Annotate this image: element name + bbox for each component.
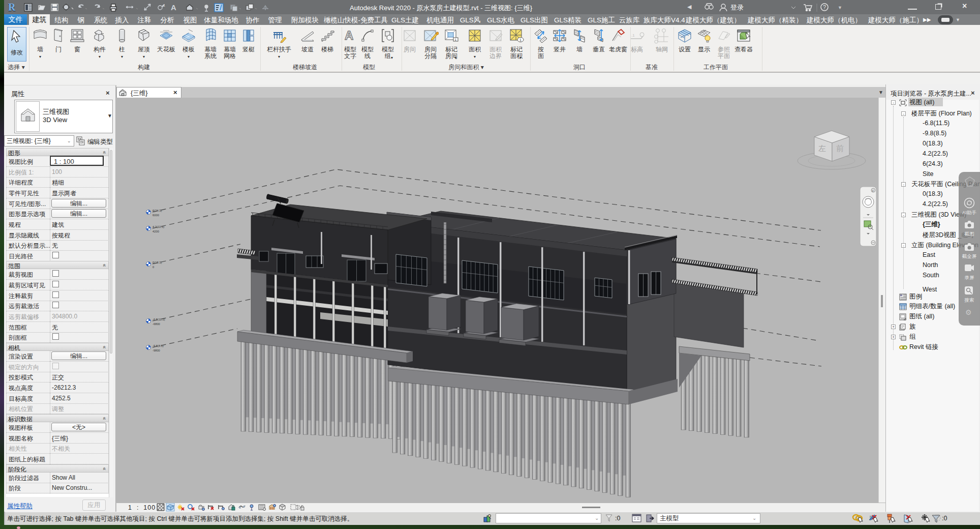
svg-text:-9.8(8.5): -9.8(8.5) xyxy=(152,344,164,347)
svg-text:0: 0 xyxy=(152,266,154,269)
svg-text:前: 前 xyxy=(836,144,844,153)
svg-text:0(18.3): 0(18.3) xyxy=(152,261,162,264)
svg-text:登录: 登录 xyxy=(730,4,744,11)
svg-text:4.2(22.5): 4.2(22.5) xyxy=(152,225,164,228)
svg-text:1: 1 xyxy=(519,38,522,42)
svg-text:4200: 4200 xyxy=(152,230,159,233)
svg-text:.1: .1 xyxy=(631,33,635,38)
svg-text:x: x xyxy=(872,189,874,192)
svg-text:6(24.3): 6(24.3) xyxy=(152,209,162,212)
svg-text:-6.8(11.5): -6.8(11.5) xyxy=(152,318,165,321)
svg-text:A: A xyxy=(345,28,353,42)
svg-text:-9800: -9800 xyxy=(152,349,160,352)
svg-text:1: 1 xyxy=(163,4,165,7)
svg-text:左: 左 xyxy=(818,144,826,153)
svg-text:-6800: -6800 xyxy=(152,322,160,326)
svg-text:?: ? xyxy=(823,4,826,10)
svg-text:A: A xyxy=(171,3,176,12)
svg-text:6000: 6000 xyxy=(152,214,159,217)
